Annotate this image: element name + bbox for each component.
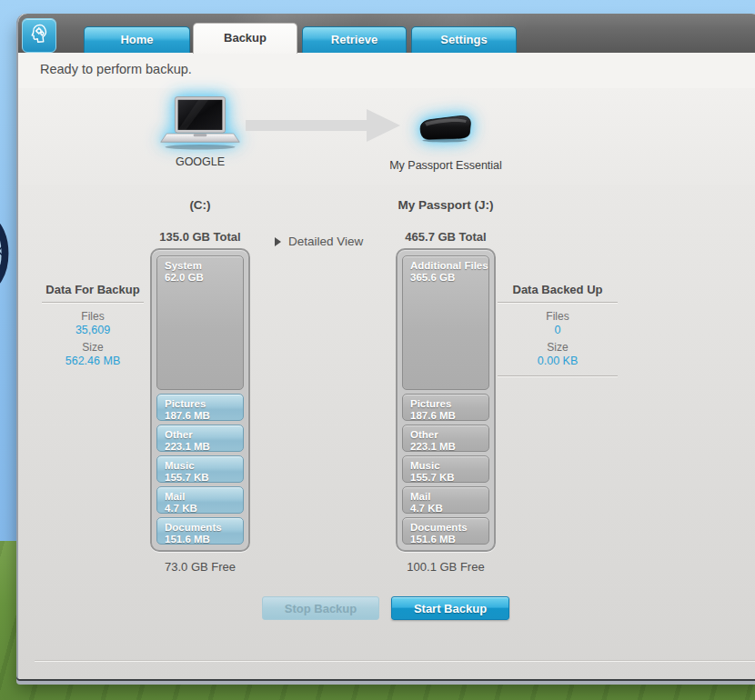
panel-divider	[498, 302, 618, 303]
panel-divider-bottom	[498, 375, 618, 376]
segment-label: Other	[410, 429, 488, 441]
source-computer-name: GOOGLE	[127, 155, 273, 168]
segment-label: Mail	[410, 491, 488, 503]
segment-mail[interactable]: Mail 4.7 KB	[402, 486, 489, 514]
size-label: Size	[29, 341, 156, 354]
data-for-backup-title: Data For Backup	[29, 283, 156, 296]
segment-size: 4.7 KB	[165, 503, 243, 514]
status-bar: Ready to perform backup.	[18, 53, 755, 89]
segment-size: 223.1 MB	[165, 441, 243, 452]
segment-other[interactable]: Other 223.1 MB	[402, 425, 489, 452]
detailed-view-label: Detailed View	[288, 235, 363, 248]
status-message: Ready to perform backup.	[40, 62, 192, 76]
backup-main-panel: (C:) My Passport (J:) 135.0 GB Total 465…	[18, 185, 755, 679]
segment-label: Music	[410, 460, 488, 472]
source-free-space: 73.0 GB Free	[127, 560, 273, 574]
wd-smartware-window: Home Backup Retrieve Settings Ready to p…	[16, 14, 755, 679]
segment-size: 365.6 GB	[410, 272, 488, 284]
segment-size: 223.1 MB	[410, 441, 488, 452]
detailed-view-toggle[interactable]: Detailed View	[275, 235, 363, 248]
files-label: Files	[29, 310, 156, 323]
target-usage-bar: Additional Files 365.6 GB Pictures 187.6…	[396, 248, 496, 552]
segment-documents[interactable]: Documents 151.6 MB	[402, 517, 489, 545]
segment-size: 187.6 MB	[165, 410, 243, 421]
source-usage-bar: System 62.0 GB Pictures 187.6 MB Other 2…	[150, 248, 250, 552]
data-backed-up-panel: Data Backed Up Files 0 Size 0.00 KB	[485, 283, 630, 384]
source-drive-total: 135.0 GB Total	[127, 230, 273, 244]
segment-label: Pictures	[165, 398, 243, 410]
data-backed-up-title: Data Backed Up	[485, 283, 630, 296]
files-value: 0	[485, 324, 630, 336]
tab-home[interactable]: Home	[84, 26, 190, 53]
segment-size: 62.0 GB	[165, 272, 243, 284]
size-value: 562.46 MB	[29, 355, 156, 367]
segment-size: 151.6 MB	[165, 534, 243, 545]
bottom-divider	[35, 660, 755, 661]
data-for-backup-panel: Data For Backup Files 35,609 Size 562.46…	[29, 283, 156, 371]
segment-label: Documents	[410, 522, 488, 534]
segment-music[interactable]: Music 155.7 KB	[402, 455, 489, 483]
source-drive-title: (C:)	[127, 198, 273, 212]
segment-label: Documents	[165, 522, 243, 534]
segment-documents[interactable]: Documents 151.6 MB	[156, 517, 244, 545]
files-value: 35,609	[29, 324, 156, 336]
segment-pictures[interactable]: Pictures 187.6 MB	[156, 394, 244, 421]
arrow-right-icon	[246, 106, 402, 148]
segment-label: Pictures	[410, 398, 488, 410]
target-free-space: 100.1 GB Free	[373, 560, 518, 574]
size-value: 0.00 KB	[485, 355, 630, 367]
segment-system[interactable]: System 62.0 GB	[156, 255, 244, 390]
segment-label: Mail	[165, 491, 243, 503]
segment-label: Additional Files	[410, 260, 488, 272]
laptop-icon	[158, 95, 242, 155]
segment-music[interactable]: Music 155.7 KB	[156, 455, 244, 483]
tab-backup[interactable]: Backup	[193, 23, 297, 54]
stop-backup-button[interactable]: Stop Backup	[262, 596, 379, 620]
files-label: Files	[485, 310, 630, 323]
size-label: Size	[485, 341, 630, 354]
segment-label: Music	[165, 460, 243, 472]
smartware-head-gears-icon	[27, 22, 51, 49]
tab-settings[interactable]: Settings	[411, 26, 517, 53]
segment-size: 4.7 KB	[410, 503, 488, 514]
target-drive-title: My Passport (J:)	[373, 198, 518, 212]
segment-size: 187.6 MB	[410, 410, 488, 421]
segment-other[interactable]: Other 223.1 MB	[156, 425, 244, 452]
segment-label: Other	[165, 429, 243, 441]
panel-divider	[42, 302, 144, 303]
segment-size: 155.7 KB	[165, 472, 243, 483]
segment-size: 151.6 MB	[410, 534, 488, 545]
target-drive-name: My Passport Essential	[364, 159, 528, 172]
segment-additional-files[interactable]: Additional Files 365.6 GB	[402, 255, 489, 390]
segment-size: 155.7 KB	[410, 472, 488, 483]
start-backup-button[interactable]: Start Backup	[391, 596, 509, 620]
target-drive-total: 465.7 GB Total	[373, 230, 518, 244]
triangle-right-icon	[275, 237, 281, 246]
segment-label: System	[165, 260, 243, 272]
portable-drive-icon	[416, 112, 474, 146]
segment-mail[interactable]: Mail 4.7 KB	[156, 486, 244, 514]
devices-row: GOOGLE My Passport Essential	[18, 88, 755, 185]
segment-pictures[interactable]: Pictures 187.6 MB	[402, 394, 489, 421]
tab-retrieve[interactable]: Retrieve	[302, 26, 407, 53]
smartware-logo-button[interactable]	[22, 18, 56, 53]
